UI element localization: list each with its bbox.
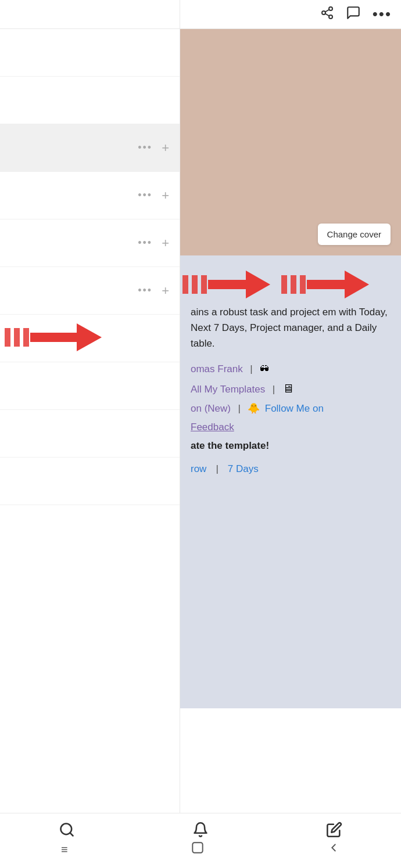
sidebar-plus-5[interactable]: + <box>162 236 169 251</box>
version-row: on (New) | 🐥 Follow Me on <box>191 402 391 415</box>
sidebar-plus-4[interactable]: + <box>162 188 169 203</box>
left-arrow-group <box>0 321 105 356</box>
comment-icon[interactable] <box>346 5 361 24</box>
author-link[interactable]: omas Frank <box>191 363 243 374</box>
sidebar-row-9 <box>0 410 180 458</box>
menu-pill[interactable]: ≡ <box>61 843 68 856</box>
description-text: ains a robust task and project em with T… <box>191 304 391 352</box>
row-link[interactable]: row <box>191 463 206 475</box>
svg-rect-10 <box>182 275 188 294</box>
back-pill[interactable] <box>327 841 340 858</box>
nav-links-row: row | 7 Days <box>191 463 391 475</box>
svg-rect-2 <box>23 328 29 347</box>
sep2: | <box>273 384 275 395</box>
red-arrow-right <box>279 268 372 301</box>
svg-rect-12 <box>201 275 207 294</box>
duck-emoji: 🐥 <box>248 403 260 414</box>
sidebar-row-4[interactable]: ••• + <box>0 172 180 219</box>
app-container: ••• + ••• + ••• + ••• + <box>0 0 401 868</box>
page-content: ains a robust task and project em with T… <box>180 255 401 708</box>
svg-marker-14 <box>246 271 270 298</box>
main-content: ••• Change cover <box>180 0 401 813</box>
svg-rect-11 <box>192 275 198 294</box>
sidebar-row-6[interactable]: ••• + <box>0 267 180 315</box>
red-arrow-left <box>0 321 105 354</box>
svg-rect-17 <box>300 275 306 294</box>
author-section: omas Frank | 🕶 <box>191 363 391 375</box>
sep4: | <box>216 463 218 475</box>
svg-marker-19 <box>345 271 369 298</box>
sidebar-top <box>0 0 180 29</box>
svg-line-8 <box>325 13 329 16</box>
svg-rect-15 <box>281 275 287 294</box>
home-pill[interactable] <box>190 840 205 859</box>
top-bar: ••• <box>180 0 401 29</box>
sidebar-dots-4[interactable]: ••• <box>138 189 152 201</box>
seven-days-link[interactable]: 7 Days <box>228 463 259 475</box>
svg-marker-4 <box>77 323 102 351</box>
svg-rect-16 <box>291 275 296 294</box>
sidebar-plus-6[interactable]: + <box>162 283 169 298</box>
svg-rect-22 <box>192 842 202 852</box>
system-nav: ≡ <box>0 835 401 863</box>
sidebar: ••• + ••• + ••• + ••• + <box>0 0 180 813</box>
svg-line-9 <box>325 9 329 12</box>
sidebar-row-1 <box>0 29 180 77</box>
version-text: on (New) <box>191 403 231 414</box>
feedback-link[interactable]: Feedback <box>191 422 234 433</box>
duplicate-text: ate the template! <box>191 440 391 452</box>
share-icon[interactable] <box>320 6 334 23</box>
sidebar-plus-3[interactable]: + <box>162 141 169 156</box>
follow-me-link[interactable]: Follow Me on <box>265 403 324 414</box>
sidebar-row-5[interactable]: ••• + <box>0 219 180 267</box>
sidebar-row-3[interactable]: ••• + <box>0 124 180 172</box>
svg-rect-0 <box>5 328 10 347</box>
svg-rect-3 <box>30 333 77 342</box>
change-cover-button[interactable]: Change cover <box>318 224 391 245</box>
feedback-row: Feedback <box>191 422 391 433</box>
sep1: | <box>250 363 252 374</box>
cover-area: Change cover <box>180 29 401 255</box>
sep3: | <box>238 403 240 414</box>
sunglasses-emoji: 🕶 <box>260 364 269 374</box>
arrows-row <box>180 267 391 302</box>
sidebar-dots-3[interactable]: ••• <box>138 142 152 154</box>
more-options-icon[interactable]: ••• <box>373 5 392 23</box>
svg-rect-1 <box>14 328 20 347</box>
svg-rect-18 <box>307 280 345 289</box>
sidebar-row-2 <box>0 77 180 124</box>
sidebar-row-10 <box>0 458 180 505</box>
sidebar-row-8 <box>0 362 180 410</box>
svg-rect-13 <box>208 280 246 289</box>
templates-row: All My Templates | 🖥 <box>191 382 391 395</box>
sidebar-dots-6[interactable]: ••• <box>138 284 152 297</box>
red-arrow-middle <box>180 268 273 301</box>
sidebar-row-arrows <box>0 315 180 362</box>
all-templates-link[interactable]: All My Templates <box>191 384 265 395</box>
sidebar-dots-5[interactable]: ••• <box>138 237 152 249</box>
monitor-emoji: 🖥 <box>282 382 294 395</box>
